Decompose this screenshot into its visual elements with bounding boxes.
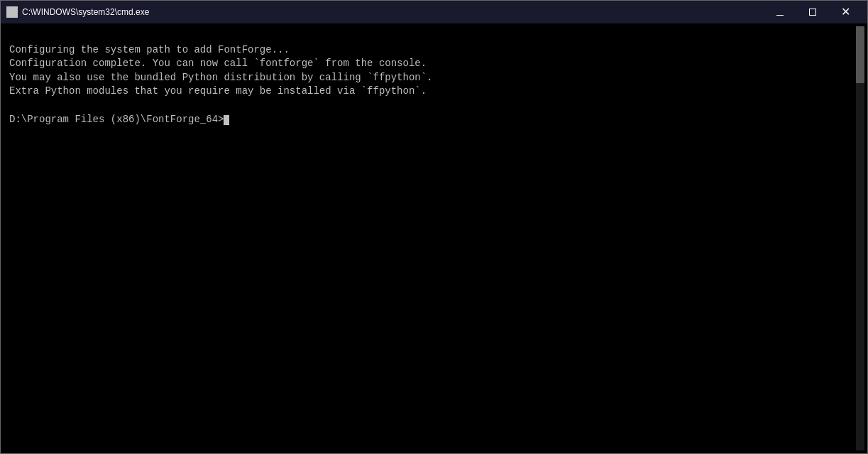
svg-rect-1 [7, 9, 17, 10]
line-4: Extra Python modules that you require ma… [9, 85, 427, 97]
close-icon: ✕ [841, 6, 850, 18]
minimize-icon [776, 15, 784, 16]
scrollbar-thumb[interactable] [856, 26, 864, 83]
cursor [224, 115, 229, 125]
title-bar: C:\WINDOWS\system32\cmd.exe ✕ [1, 1, 867, 23]
maximize-icon [809, 9, 816, 16]
close-button[interactable]: ✕ [829, 1, 862, 23]
svg-rect-3 [7, 12, 15, 13]
maximize-button[interactable] [796, 1, 829, 23]
scrollbar[interactable] [856, 26, 864, 450]
cmd-icon [6, 6, 18, 18]
prompt-line: D:\Program Files (x86)\FontForge_64> [9, 114, 229, 125]
svg-rect-2 [7, 11, 13, 11]
terminal-body[interactable]: Configuring the system path to add FontF… [1, 23, 867, 453]
terminal-output[interactable]: Configuring the system path to add FontF… [4, 26, 856, 450]
svg-rect-4 [7, 13, 12, 14]
cmd-window: C:\WINDOWS\system32\cmd.exe ✕ Configurin… [0, 0, 868, 454]
line-2: Configuration complete. You can now call… [9, 58, 427, 69]
minimize-button[interactable] [764, 1, 796, 23]
line-1: Configuring the system path to add FontF… [9, 44, 290, 55]
window-title: C:\WINDOWS\system32\cmd.exe [22, 7, 764, 17]
window-controls: ✕ [764, 1, 862, 23]
line-3: You may also use the bundled Python dist… [9, 72, 433, 83]
